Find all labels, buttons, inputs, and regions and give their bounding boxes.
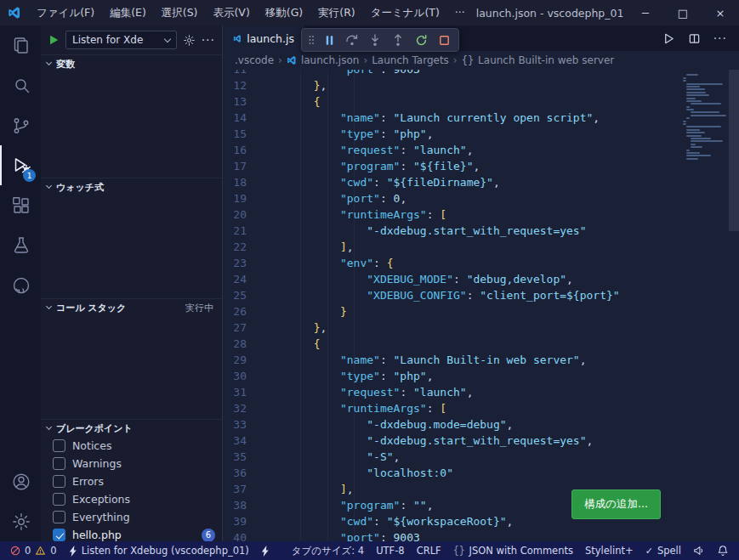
line-text[interactable]: "request": "launch", (260, 384, 473, 400)
line-number[interactable]: 27 (223, 320, 260, 336)
line-text[interactable]: ], (260, 481, 354, 497)
line-number[interactable]: 13 (223, 93, 260, 110)
watch-header[interactable]: ウォッチ式 (41, 178, 222, 195)
line-number[interactable]: 21 (223, 223, 260, 239)
line-text[interactable]: "runtimeArgs": [ (260, 400, 446, 416)
minimap[interactable] (674, 70, 727, 161)
xdebug-toggle[interactable] (255, 541, 276, 560)
line-number[interactable]: 33 (223, 416, 260, 433)
activity-testing[interactable] (0, 225, 41, 265)
restart-button[interactable] (411, 30, 431, 50)
debug-status[interactable]: Listen for Xdebug (vscodephp_01) (63, 541, 255, 560)
notifications-button[interactable] (711, 541, 735, 560)
code-line[interactable]: 37 ], (223, 481, 739, 497)
line-text[interactable]: "program": "${file}", (260, 158, 480, 174)
line-text[interactable]: "type": "php", (260, 368, 434, 384)
breakpoint-checkbox[interactable] (53, 529, 65, 541)
code-line[interactable]: 21 "-dxdebug.start_with_request=yes" (223, 223, 739, 239)
breakpoint-checkbox[interactable] (53, 475, 65, 488)
line-text[interactable]: "cwd": "${fileDirname}", (260, 174, 500, 190)
variables-header[interactable]: 変数 (41, 55, 222, 72)
code-line[interactable]: 26 } (223, 303, 739, 320)
debug-config-select[interactable]: Listen for Xde (65, 31, 177, 49)
line-number[interactable]: 15 (223, 126, 260, 142)
pause-button[interactable] (319, 30, 339, 50)
line-text[interactable]: "runtimeArgs": [ (260, 206, 446, 223)
code-line[interactable]: 24 "XDEBUG_MODE": "debug,develop", (223, 271, 739, 287)
menu-item[interactable]: ターミナル(T) (363, 0, 447, 25)
line-text[interactable]: "port": 9003 (260, 70, 420, 77)
code-line[interactable]: 11 "port": 9003 (223, 70, 739, 77)
breakpoint-item[interactable]: Exceptions (41, 490, 222, 508)
line-text[interactable]: "cwd": "${workspaceRoot}", (260, 513, 513, 529)
line-number[interactable]: 24 (223, 271, 260, 287)
line-number[interactable]: 18 (223, 174, 260, 190)
line-number[interactable]: 20 (223, 206, 260, 223)
line-number[interactable]: 19 (223, 190, 260, 206)
status-item[interactable]: UTF-8 (370, 541, 411, 560)
line-number[interactable]: 25 (223, 287, 260, 303)
line-text[interactable]: "-dxdebug.mode=debug", (260, 416, 513, 433)
step-out-button[interactable] (388, 30, 408, 50)
line-number[interactable]: 40 (223, 529, 260, 541)
problems-status[interactable]: 0 0 (4, 541, 63, 560)
maximize-button[interactable]: □ (664, 0, 702, 25)
step-over-button[interactable] (342, 30, 362, 50)
add-configuration-button[interactable]: 構成の追加... (571, 489, 661, 519)
breakpoint-item[interactable]: hello.php6 (41, 526, 222, 541)
menu-item[interactable]: 実行(R) (310, 0, 362, 25)
code-line[interactable]: 17 "program": "${file}", (223, 158, 739, 174)
editor-more-button[interactable]: ··· (713, 31, 727, 45)
line-text[interactable]: "name": "Launch Built-in web server", (260, 352, 587, 368)
line-number[interactable]: 35 (223, 449, 260, 465)
line-text[interactable]: "-dxdebug.start_with_request=yes" (260, 223, 587, 239)
close-button[interactable]: × (702, 0, 739, 25)
line-number[interactable]: 17 (223, 158, 260, 174)
breadcrumb-item[interactable]: {}Launch Built-in web server (462, 54, 615, 66)
breakpoint-checkbox[interactable] (53, 511, 65, 523)
code-line[interactable]: 28 { (223, 336, 739, 352)
step-into-button[interactable] (365, 30, 385, 50)
breadcrumb-item[interactable]: Launch Targets (372, 54, 449, 66)
line-text[interactable]: "type": "php", (260, 126, 434, 142)
code-line[interactable]: 33 "-dxdebug.mode=debug", (223, 416, 739, 433)
activity-run-debug[interactable]: 1 (0, 145, 41, 185)
line-number[interactable]: 12 (223, 77, 260, 93)
code-line[interactable]: 29 "name": "Launch Built-in web server", (223, 352, 739, 368)
code-line[interactable]: 34 "-dxdebug.start_with_request=yes", (223, 433, 739, 449)
menu-item[interactable]: 移動(G) (258, 0, 310, 25)
code-line[interactable]: 22 ], (223, 239, 739, 255)
line-number[interactable]: 26 (223, 303, 260, 320)
run-button[interactable] (662, 32, 675, 45)
minimize-button[interactable]: ─ (627, 0, 664, 25)
line-text[interactable]: }, (260, 320, 327, 336)
line-text[interactable]: } (260, 303, 347, 320)
scrollbar[interactable] (729, 70, 739, 231)
tab-launch-json[interactable]: launch.json (223, 25, 304, 51)
activity-github[interactable] (0, 265, 41, 305)
line-number[interactable]: 14 (223, 110, 260, 126)
code-line[interactable]: 13 { (223, 93, 739, 110)
code-line[interactable]: 27 }, (223, 320, 739, 336)
code-line[interactable]: 16 "request": "launch", (223, 142, 739, 158)
line-text[interactable]: { (260, 93, 320, 110)
breadcrumb-item[interactable]: .vscode (235, 54, 274, 66)
status-item[interactable]: ✓Spell (640, 541, 687, 560)
line-text[interactable]: "program": "", (260, 497, 434, 513)
code-line[interactable]: 15 "type": "php", (223, 126, 739, 142)
breakpoint-checkbox[interactable] (53, 457, 65, 470)
code-line[interactable]: 35 "-S", (223, 449, 739, 465)
code-line[interactable]: 25 "XDEBUG_CONFIG": "client_port=${port}… (223, 287, 739, 303)
stop-button[interactable] (434, 30, 454, 50)
line-number[interactable]: 37 (223, 481, 260, 497)
line-text[interactable]: "XDEBUG_MODE": "debug,develop", (260, 271, 573, 287)
line-number[interactable]: 16 (223, 142, 260, 158)
line-text[interactable]: "-S", (260, 449, 400, 465)
breakpoints-header[interactable]: ブレークポイント (41, 420, 222, 437)
drag-handle-icon[interactable] (306, 33, 316, 47)
line-number[interactable]: 28 (223, 336, 260, 352)
line-text[interactable]: "port": 9003 (260, 529, 420, 541)
line-number[interactable]: 30 (223, 368, 260, 384)
code-line[interactable]: 20 "runtimeArgs": [ (223, 206, 739, 223)
start-debugging-button[interactable] (48, 34, 60, 46)
